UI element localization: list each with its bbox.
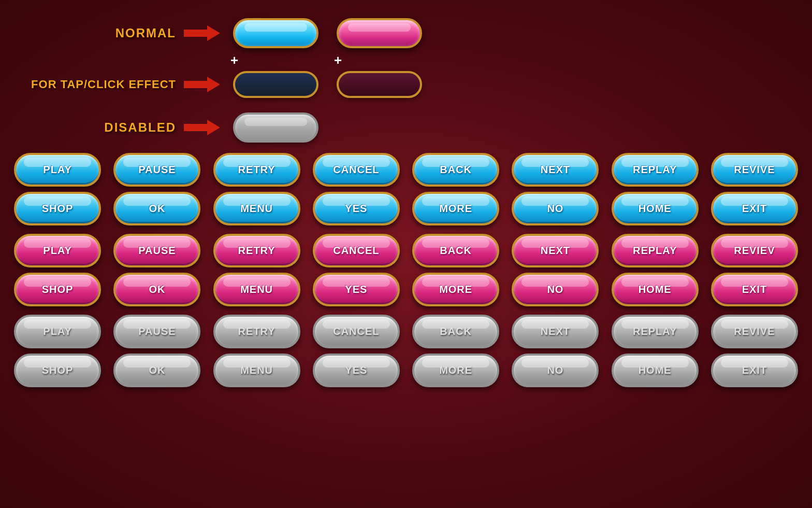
btn-blue-replay[interactable]: REPLAY — [612, 153, 699, 187]
btn-blue-home[interactable]: HOME — [612, 192, 699, 225]
btn-pink-shop[interactable]: SHOP — [14, 273, 101, 306]
btn-pink-menu[interactable]: MENU — [213, 273, 300, 306]
btn-blue-exit[interactable]: EXIT — [711, 192, 798, 225]
btn-pink-cancel[interactable]: CANCEL — [313, 234, 400, 267]
btn-tap-pink — [337, 71, 422, 98]
btn-blue-ok[interactable]: OK — [113, 192, 200, 225]
btn-blue-retry[interactable]: RETRY — [213, 153, 300, 187]
btn-blue-menu[interactable]: MENU — [213, 192, 300, 225]
pink-row-1: PLAY PAUSE RETRY CANCEL BACK NEXT REPLAY… — [5, 234, 807, 267]
btn-pink-replay[interactable]: REPLAY — [612, 234, 699, 267]
btn-disabled-preview — [233, 112, 318, 143]
svg-marker-0 — [184, 25, 220, 41]
btn-pink-next[interactable]: NEXT — [512, 234, 599, 267]
btn-gray-yes[interactable]: YES — [313, 354, 400, 387]
btn-gray-back[interactable]: BACK — [412, 315, 499, 348]
btn-pink-ok[interactable]: OK — [113, 273, 200, 306]
btn-blue-back[interactable]: BACK — [412, 153, 499, 187]
tap-click-label: FOR TAP/CLICK EFFECT — [31, 78, 176, 91]
btn-blue-revive[interactable]: REVIVE — [711, 153, 798, 187]
btn-gray-replay[interactable]: REPLAY — [612, 315, 699, 348]
btn-pink-back[interactable]: BACK — [412, 234, 499, 267]
btn-gray-more[interactable]: MORE — [412, 354, 499, 387]
disabled-arrow — [184, 120, 220, 135]
btn-pink-yes[interactable]: YES — [313, 273, 400, 306]
btn-pink-pause[interactable]: PAUSE — [113, 234, 200, 267]
btn-blue-yes[interactable]: YES — [313, 192, 400, 225]
btn-normal-blue — [233, 18, 318, 48]
btn-gray-cancel[interactable]: CANCEL — [313, 315, 400, 348]
gray-row-2: SHOP OK MENU YES MORE NO HOME EXIT — [5, 354, 807, 387]
btn-pink-no[interactable]: NO — [512, 273, 599, 306]
btn-pink-play[interactable]: PLAY — [14, 234, 101, 267]
plus-sign-pink: + — [295, 52, 381, 68]
normal-label: NORMAL — [31, 26, 176, 40]
btn-normal-pink — [337, 18, 422, 48]
disabled-label: DISABLED — [31, 120, 176, 135]
gray-row-1: PLAY PAUSE RETRY CANCEL BACK NEXT REPLAY… — [5, 315, 807, 348]
btn-pink-more[interactable]: MORE — [412, 273, 499, 306]
btn-gray-exit[interactable]: EXIT — [711, 354, 798, 387]
pink-row-2: SHOP OK MENU YES MORE NO HOME EXIT — [5, 273, 807, 306]
btn-gray-menu[interactable]: MENU — [213, 354, 300, 387]
btn-gray-shop[interactable]: SHOP — [14, 354, 101, 387]
svg-marker-1 — [184, 77, 220, 92]
btn-gray-ok[interactable]: OK — [113, 354, 200, 387]
btn-blue-pause[interactable]: PAUSE — [113, 153, 200, 187]
btn-gray-retry[interactable]: RETRY — [213, 315, 300, 348]
btn-gray-next[interactable]: NEXT — [512, 315, 599, 348]
btn-gray-pause[interactable]: PAUSE — [113, 315, 200, 348]
btn-blue-shop[interactable]: SHOP — [14, 192, 101, 225]
btn-tap-blue — [233, 71, 318, 98]
btn-gray-home[interactable]: HOME — [612, 354, 699, 387]
btn-pink-retry[interactable]: RETRY — [213, 234, 300, 267]
blue-row-1: PLAY PAUSE RETRY CANCEL BACK NEXT REPLAY… — [5, 153, 807, 187]
btn-blue-cancel[interactable]: CANCEL — [313, 153, 400, 187]
btn-blue-play[interactable]: PLAY — [14, 153, 101, 187]
btn-pink-exit[interactable]: EXIT — [711, 273, 798, 306]
btn-gray-no[interactable]: NO — [512, 354, 599, 387]
plus-sign-blue: + — [192, 52, 277, 68]
normal-arrow — [184, 25, 220, 41]
svg-marker-2 — [184, 120, 220, 135]
btn-blue-no[interactable]: NO — [512, 192, 599, 225]
tap-click-arrow — [184, 77, 220, 92]
btn-pink-home[interactable]: HOME — [612, 273, 699, 306]
btn-gray-revive[interactable]: REVIVE — [711, 315, 798, 348]
btn-blue-more[interactable]: MORE — [412, 192, 499, 225]
buttons-section: PLAY PAUSE RETRY CANCEL BACK NEXT REPLAY… — [5, 153, 807, 392]
blue-row-2: SHOP OK MENU YES MORE NO HOME EXIT — [5, 192, 807, 225]
btn-blue-next[interactable]: NEXT — [512, 153, 599, 187]
btn-gray-play[interactable]: PLAY — [14, 315, 101, 348]
btn-pink-reviev[interactable]: REVIEV — [711, 234, 798, 267]
